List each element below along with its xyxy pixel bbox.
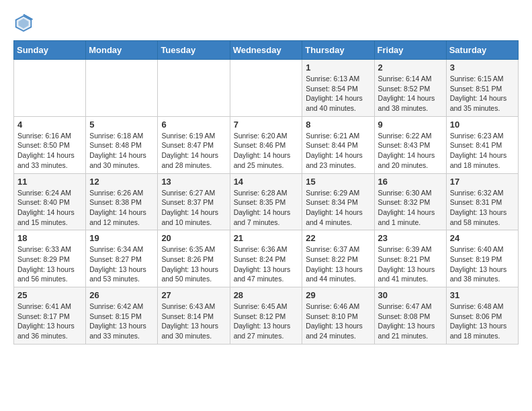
daylight-text: Daylight: 14 hours and 1 minute. bbox=[378, 208, 435, 226]
sunrise-text: Sunrise: 6:37 AM bbox=[306, 245, 359, 253]
sunrise-text: Sunrise: 6:20 AM bbox=[234, 132, 287, 140]
sunrise-text: Sunrise: 6:16 AM bbox=[17, 132, 71, 140]
daylight-text: Daylight: 14 hours and 38 minutes. bbox=[378, 94, 435, 112]
day-info: Sunrise: 6:29 AM Sunset: 8:34 PM Dayligh… bbox=[306, 188, 370, 228]
day-number: 7 bbox=[234, 120, 299, 130]
day-info: Sunrise: 6:15 AM Sunset: 8:51 PM Dayligh… bbox=[450, 74, 515, 113]
day-info: Sunrise: 6:21 AM Sunset: 8:44 PM Dayligh… bbox=[306, 131, 370, 171]
calendar-cell: 16 Sunrise: 6:30 AM Sunset: 8:32 PM Dayl… bbox=[374, 173, 446, 230]
daylight-text: Daylight: 13 hours and 18 minutes. bbox=[450, 322, 507, 340]
sunrise-text: Sunrise: 6:24 AM bbox=[17, 189, 71, 197]
logo-icon bbox=[13, 13, 34, 34]
day-info: Sunrise: 6:35 AM Sunset: 8:26 PM Dayligh… bbox=[161, 244, 226, 284]
day-number: 18 bbox=[17, 233, 82, 243]
daylight-text: Daylight: 14 hours and 10 minutes. bbox=[161, 208, 218, 226]
header-day-sunday: Sunday bbox=[14, 41, 86, 60]
day-info: Sunrise: 6:40 AM Sunset: 8:19 PM Dayligh… bbox=[450, 244, 515, 284]
sunrise-text: Sunrise: 6:21 AM bbox=[306, 132, 359, 140]
day-info: Sunrise: 6:32 AM Sunset: 8:31 PM Dayligh… bbox=[450, 188, 515, 228]
day-info: Sunrise: 6:14 AM Sunset: 8:52 PM Dayligh… bbox=[378, 74, 443, 113]
sunrise-text: Sunrise: 6:35 AM bbox=[161, 245, 215, 253]
sunrise-text: Sunrise: 6:27 AM bbox=[161, 189, 215, 197]
calendar-cell: 5 Sunrise: 6:18 AM Sunset: 8:48 PM Dayli… bbox=[86, 116, 158, 173]
page-header bbox=[13, 13, 519, 34]
calendar-cell: 3 Sunrise: 6:15 AM Sunset: 8:51 PM Dayli… bbox=[446, 60, 518, 117]
calendar-cell: 17 Sunrise: 6:32 AM Sunset: 8:31 PM Dayl… bbox=[446, 173, 518, 230]
sunset-text: Sunset: 8:17 PM bbox=[17, 312, 70, 320]
sunset-text: Sunset: 8:26 PM bbox=[161, 255, 214, 263]
calendar-cell: 2 Sunrise: 6:14 AM Sunset: 8:52 PM Dayli… bbox=[374, 60, 446, 117]
sunrise-text: Sunrise: 6:19 AM bbox=[161, 132, 215, 140]
daylight-text: Daylight: 13 hours and 41 minutes. bbox=[378, 265, 435, 283]
daylight-text: Daylight: 14 hours and 28 minutes. bbox=[161, 151, 218, 169]
header-day-monday: Monday bbox=[86, 41, 158, 60]
daylight-text: Daylight: 14 hours and 7 minutes. bbox=[234, 208, 291, 226]
day-info: Sunrise: 6:16 AM Sunset: 8:50 PM Dayligh… bbox=[17, 131, 82, 171]
daylight-text: Daylight: 13 hours and 30 minutes. bbox=[161, 322, 218, 340]
calendar-cell: 25 Sunrise: 6:41 AM Sunset: 8:17 PM Dayl… bbox=[14, 287, 86, 345]
calendar-cell: 13 Sunrise: 6:27 AM Sunset: 8:37 PM Dayl… bbox=[158, 173, 230, 230]
day-number: 1 bbox=[306, 62, 370, 73]
day-number: 3 bbox=[450, 62, 515, 73]
sunset-text: Sunset: 8:50 PM bbox=[17, 141, 70, 149]
sunset-text: Sunset: 8:41 PM bbox=[450, 141, 502, 149]
sunrise-text: Sunrise: 6:26 AM bbox=[89, 189, 143, 197]
day-info: Sunrise: 6:30 AM Sunset: 8:32 PM Dayligh… bbox=[378, 188, 443, 228]
sunset-text: Sunset: 8:22 PM bbox=[306, 255, 358, 263]
sunrise-text: Sunrise: 6:23 AM bbox=[450, 132, 504, 140]
header-day-friday: Friday bbox=[374, 41, 446, 60]
day-number: 14 bbox=[234, 177, 299, 187]
day-info: Sunrise: 6:45 AM Sunset: 8:12 PM Dayligh… bbox=[234, 302, 299, 341]
day-number: 29 bbox=[306, 290, 370, 300]
sunrise-text: Sunrise: 6:30 AM bbox=[378, 189, 432, 197]
day-info: Sunrise: 6:18 AM Sunset: 8:48 PM Dayligh… bbox=[89, 131, 154, 171]
sunset-text: Sunset: 8:51 PM bbox=[450, 85, 502, 93]
calendar-cell: 8 Sunrise: 6:21 AM Sunset: 8:44 PM Dayli… bbox=[302, 116, 374, 173]
header-day-saturday: Saturday bbox=[446, 41, 518, 60]
day-info: Sunrise: 6:19 AM Sunset: 8:47 PM Dayligh… bbox=[161, 131, 226, 171]
calendar-cell bbox=[14, 60, 86, 117]
calendar-cell: 26 Sunrise: 6:42 AM Sunset: 8:15 PM Dayl… bbox=[86, 287, 158, 345]
sunset-text: Sunset: 8:19 PM bbox=[450, 255, 502, 263]
sunrise-text: Sunrise: 6:47 AM bbox=[378, 302, 432, 310]
day-number: 30 bbox=[378, 290, 443, 300]
daylight-text: Daylight: 14 hours and 15 minutes. bbox=[17, 208, 75, 226]
sunset-text: Sunset: 8:29 PM bbox=[17, 255, 70, 263]
daylight-text: Daylight: 14 hours and 30 minutes. bbox=[89, 151, 146, 169]
sunset-text: Sunset: 8:06 PM bbox=[450, 312, 502, 320]
sunrise-text: Sunrise: 6:48 AM bbox=[450, 302, 504, 310]
sunset-text: Sunset: 8:34 PM bbox=[306, 198, 358, 206]
header-day-thursday: Thursday bbox=[302, 41, 374, 60]
sunrise-text: Sunrise: 6:18 AM bbox=[89, 132, 143, 140]
sunset-text: Sunset: 8:43 PM bbox=[378, 141, 431, 149]
calendar-cell: 18 Sunrise: 6:33 AM Sunset: 8:29 PM Dayl… bbox=[14, 230, 86, 287]
sunrise-text: Sunrise: 6:22 AM bbox=[378, 132, 432, 140]
sunset-text: Sunset: 8:52 PM bbox=[378, 85, 431, 93]
daylight-text: Daylight: 13 hours and 50 minutes. bbox=[161, 265, 218, 283]
daylight-text: Daylight: 13 hours and 33 minutes. bbox=[89, 322, 146, 340]
daylight-text: Daylight: 13 hours and 27 minutes. bbox=[234, 322, 291, 340]
day-number: 2 bbox=[378, 62, 443, 73]
calendar-cell: 19 Sunrise: 6:34 AM Sunset: 8:27 PM Dayl… bbox=[86, 230, 158, 287]
sunset-text: Sunset: 8:08 PM bbox=[378, 312, 431, 320]
sunrise-text: Sunrise: 6:29 AM bbox=[306, 189, 359, 197]
daylight-text: Daylight: 13 hours and 53 minutes. bbox=[89, 265, 146, 283]
calendar-cell bbox=[158, 60, 230, 117]
sunset-text: Sunset: 8:21 PM bbox=[378, 255, 431, 263]
day-info: Sunrise: 6:24 AM Sunset: 8:40 PM Dayligh… bbox=[17, 188, 82, 228]
calendar-table: SundayMondayTuesdayWednesdayThursdayFrid… bbox=[13, 40, 519, 345]
daylight-text: Daylight: 13 hours and 21 minutes. bbox=[378, 322, 435, 340]
daylight-text: Daylight: 13 hours and 38 minutes. bbox=[450, 265, 507, 283]
day-number: 24 bbox=[450, 233, 515, 243]
day-info: Sunrise: 6:34 AM Sunset: 8:27 PM Dayligh… bbox=[89, 244, 154, 284]
day-info: Sunrise: 6:26 AM Sunset: 8:38 PM Dayligh… bbox=[89, 188, 154, 228]
calendar-cell: 12 Sunrise: 6:26 AM Sunset: 8:38 PM Dayl… bbox=[86, 173, 158, 230]
sunset-text: Sunset: 8:46 PM bbox=[234, 141, 286, 149]
daylight-text: Daylight: 14 hours and 23 minutes. bbox=[306, 151, 363, 169]
day-number: 11 bbox=[17, 177, 82, 187]
sunrise-text: Sunrise: 6:34 AM bbox=[89, 245, 143, 253]
sunrise-text: Sunrise: 6:33 AM bbox=[17, 245, 71, 253]
sunset-text: Sunset: 8:44 PM bbox=[306, 141, 358, 149]
daylight-text: Daylight: 14 hours and 4 minutes. bbox=[306, 208, 363, 226]
day-info: Sunrise: 6:27 AM Sunset: 8:37 PM Dayligh… bbox=[161, 188, 226, 228]
